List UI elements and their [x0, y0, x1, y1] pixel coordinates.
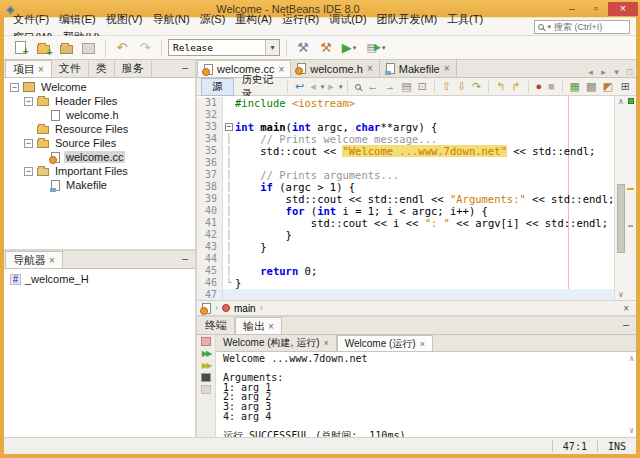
next-bookmark-button[interactable]: ↷ — [470, 81, 483, 92]
save-all-button[interactable] — [79, 38, 99, 58]
menu-item[interactable]: 工具(T) — [442, 11, 488, 27]
tree-item[interactable]: Resource Files — [4, 122, 195, 136]
last-edit-position-button[interactable]: ↩ — [293, 81, 306, 92]
tab-close-icon[interactable]: × — [38, 64, 44, 75]
tab-close-icon[interactable]: × — [324, 338, 329, 348]
tree-item[interactable]: welcome.h — [4, 108, 195, 122]
scroll-up-icon[interactable]: ∧ — [615, 97, 627, 106]
select-in-projects-button[interactable]: ⊡ — [416, 81, 429, 92]
stop-icon[interactable] — [201, 337, 211, 346]
tree-item[interactable]: −Important Files — [4, 164, 195, 178]
menu-item[interactable]: 运行(R) — [277, 11, 324, 27]
tab-close-icon[interactable]: × — [268, 321, 274, 332]
maximize-editor-icon[interactable]: □ — [623, 67, 636, 77]
search-input[interactable] — [554, 22, 626, 32]
undo-button[interactable]: ↶ — [112, 38, 132, 58]
bottom-tab-终端[interactable]: 终端 — [198, 317, 235, 334]
tab-close-icon[interactable]: × — [367, 63, 373, 74]
split-editor-icon[interactable]: ⊞ — [619, 81, 632, 92]
terminal-options-icon[interactable] — [201, 373, 211, 382]
move-down-button[interactable]: ⇩ — [455, 81, 468, 92]
tree-item[interactable]: −Source Files — [4, 136, 195, 150]
output-document-tab[interactable]: Welcome (构建, 运行)× — [216, 335, 337, 351]
tree-item[interactable]: −Header Files — [4, 94, 195, 108]
minimize-panel-icon[interactable]: – — [178, 252, 192, 266]
menu-item[interactable]: 源(S) — [195, 11, 231, 27]
build-button[interactable]: ⚒ — [293, 38, 313, 58]
tab-close-icon[interactable]: × — [49, 255, 55, 266]
run-button[interactable]: ▶▾ — [339, 38, 359, 58]
menu-item[interactable]: 调试(D) — [324, 11, 371, 27]
debug-dropdown-icon[interactable]: ▾ — [382, 44, 386, 52]
occurrence-mark[interactable] — [627, 188, 634, 190]
prev-tab-icon[interactable]: ◂ — [584, 67, 597, 77]
rerun-icon[interactable]: ▶▶ — [200, 349, 213, 358]
panel-tab-服务[interactable]: 服务 — [115, 60, 152, 77]
maximize-button[interactable]: ▫ — [584, 2, 608, 16]
navigator-item[interactable]: # _welcome_H — [10, 273, 195, 285]
uncomment-button[interactable]: ▩ — [584, 81, 598, 92]
output-scroll-up-icon[interactable]: ∧ — [629, 354, 634, 363]
scroll-down-icon[interactable]: ∨ — [615, 290, 627, 299]
run-dropdown-icon[interactable]: ▾ — [353, 44, 357, 52]
menu-item[interactable]: 重构(A) — [230, 11, 277, 27]
fold-toggle[interactable]: − — [223, 121, 235, 133]
menu-item[interactable]: 导航(N) — [147, 11, 194, 27]
next-tab-icon[interactable]: ▸ — [597, 67, 610, 77]
project-tree[interactable]: −Welcome−Header Fileswelcome.hResource F… — [4, 78, 195, 249]
tab-list-icon[interactable]: ▾ — [610, 67, 623, 77]
close-button[interactable]: × — [608, 2, 638, 16]
output-document-tab[interactable]: Welcome (运行)× — [337, 335, 433, 351]
tree-item[interactable]: −Welcome — [4, 80, 195, 94]
quick-search-box[interactable]: ▾ — [534, 20, 630, 34]
collapse-handle-icon[interactable]: − — [10, 83, 19, 92]
minimize-panel-icon[interactable]: – — [178, 61, 192, 75]
new-file-button[interactable] — [10, 38, 30, 58]
toggle-highlight-button[interactable]: ▤ — [399, 81, 413, 92]
editor-tab-welcome.h[interactable]: welcome.h× — [291, 60, 379, 77]
panel-tab-类[interactable]: 类 — [89, 60, 115, 77]
menu-item[interactable]: 视图(V) — [101, 11, 148, 27]
clear-output-icon[interactable] — [201, 385, 211, 394]
code-editor[interactable]: 31#include <iostream>3233−int main(int a… — [197, 96, 636, 300]
breadcrumb-item[interactable]: main — [234, 303, 256, 314]
insert-code-button[interactable]: ◩ — [600, 81, 614, 92]
back-button[interactable]: ◂ — [308, 81, 318, 92]
open-project-button[interactable] — [56, 38, 76, 58]
back-dropdown-icon[interactable]: ▾ — [321, 83, 325, 91]
collapse-handle-icon[interactable]: − — [24, 167, 33, 176]
rerun-with-args-icon[interactable]: ▶▶ — [200, 361, 213, 370]
debug-button[interactable]: ▤▶▾ — [362, 38, 390, 58]
editor-tab-Makefile[interactable]: Makefile× — [380, 60, 457, 77]
clean-build-button[interactable]: ⚒ — [316, 38, 336, 58]
stop-macro-recording-button[interactable]: ■ — [546, 81, 557, 92]
menu-item[interactable]: 文件(F) — [8, 11, 54, 27]
comment-button[interactable]: ▦ — [568, 81, 582, 92]
start-macro-recording-button[interactable]: ● — [533, 81, 544, 92]
previous-occurrence-button[interactable]: ← — [365, 81, 380, 92]
collapse-handle-icon[interactable]: − — [24, 97, 33, 106]
minimize-panel-icon[interactable]: – — [619, 318, 633, 332]
editor-scrollbar[interactable]: ∧ ∨ — [614, 96, 627, 300]
menu-item[interactable]: 团队开发(M) — [372, 11, 443, 27]
combo-dropdown-icon[interactable]: ▾ — [265, 40, 279, 55]
panel-tab-文件[interactable]: 文件 — [52, 60, 89, 77]
shift-right-button[interactable]: ↱ — [509, 81, 522, 92]
redo-button[interactable]: ↷ — [135, 38, 155, 58]
tab-close-icon[interactable]: × — [420, 339, 425, 349]
breadcrumb-close-icon[interactable]: × — [623, 303, 631, 314]
configuration-combobox[interactable]: Release ▾ — [168, 39, 280, 56]
tab-close-icon[interactable]: × — [444, 63, 450, 74]
tree-item[interactable]: welcome.cc — [4, 150, 195, 164]
forward-dropdown-icon[interactable]: ▾ — [339, 83, 343, 91]
search-dropdown-icon[interactable]: ▾ — [547, 23, 551, 31]
new-project-button[interactable] — [33, 38, 53, 58]
output-scroll-down-icon[interactable]: ∨ — [629, 426, 634, 435]
find-selection-button[interactable] — [353, 81, 363, 92]
scrollbar-thumb[interactable] — [617, 184, 625, 253]
source-view-button[interactable]: 源 — [201, 78, 234, 96]
caret-mark[interactable] — [628, 225, 633, 227]
shift-left-button[interactable]: ↰ — [494, 81, 507, 92]
collapse-handle-icon[interactable]: − — [24, 139, 33, 148]
menu-item[interactable]: 编辑(E) — [54, 11, 101, 27]
